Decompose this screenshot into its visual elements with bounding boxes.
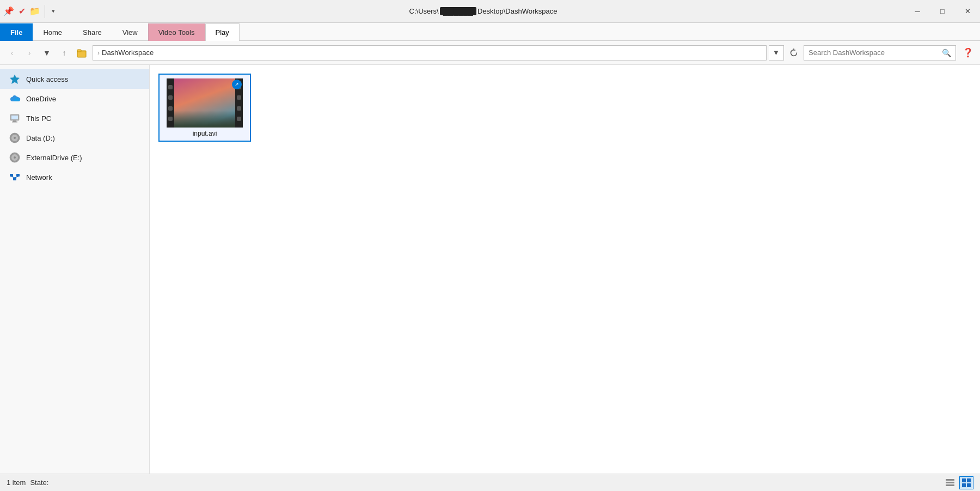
- status-bar: 1 item State:: [0, 474, 980, 491]
- view-large-icons-button[interactable]: [959, 476, 973, 489]
- film-hole-7: [237, 106, 241, 111]
- tab-view[interactable]: View: [112, 23, 148, 41]
- title-path: C:\Users\██████Desktop\DashWorkspace: [62, 7, 905, 15]
- address-dropdown-button[interactable]: ▼: [769, 45, 784, 60]
- file-grid: ↗ input.avi: [158, 74, 971, 142]
- search-icon[interactable]: 🔍: [942, 49, 951, 57]
- folder-icon: 📁: [29, 6, 40, 17]
- svg-line-16: [11, 177, 15, 178]
- film-strip: [167, 78, 243, 128]
- title-bar: 📌 ✔ 📁 ▾ C:\Users\██████Desktop\DashWorks…: [0, 0, 980, 23]
- sidebar-item-this-pc[interactable]: This PC: [0, 108, 149, 128]
- svg-point-9: [14, 137, 16, 139]
- status-bar-right: [943, 476, 973, 489]
- check-icon: ✔: [16, 6, 27, 17]
- sidebar-label-quick-access: Quick access: [26, 75, 68, 83]
- item-count: 1 item: [7, 478, 26, 487]
- ribbon: File Home Share View Video Tools Play: [0, 23, 980, 41]
- file-name: input.avi: [162, 130, 248, 137]
- ribbon-tabs: File Home Share View Video Tools Play: [0, 23, 980, 40]
- film-left: [167, 78, 174, 128]
- svg-rect-19: [946, 482, 954, 483]
- path-icon: [74, 45, 89, 60]
- sidebar-item-quick-access[interactable]: Quick access: [0, 69, 149, 89]
- sidebar-label-this-pc: This PC: [26, 114, 51, 123]
- maximize-button[interactable]: □: [930, 0, 955, 23]
- svg-rect-20: [946, 484, 954, 486]
- tab-file[interactable]: File: [0, 23, 33, 41]
- film-image: [174, 78, 235, 128]
- sidebar-item-onedrive[interactable]: OneDrive: [0, 89, 149, 108]
- state-label: State:: [30, 478, 48, 487]
- svg-rect-21: [962, 478, 966, 482]
- tab-home[interactable]: Home: [33, 23, 72, 41]
- file-badge: ↗: [232, 80, 242, 89]
- film-hole-4: [168, 117, 173, 121]
- film-hole-8: [237, 117, 241, 121]
- file-item-input-avi[interactable]: ↗ input.avi: [158, 74, 251, 142]
- svg-rect-24: [967, 483, 971, 487]
- svg-rect-1: [77, 50, 81, 52]
- breadcrumb-current: DashWorkspace: [102, 49, 154, 57]
- content-area: ↗ input.avi: [150, 65, 980, 474]
- main-layout: Quick access OneDrive This PC: [0, 65, 980, 474]
- onedrive-icon: [9, 93, 21, 105]
- svg-rect-22: [967, 478, 971, 482]
- svg-rect-23: [962, 483, 966, 487]
- tab-play[interactable]: Play: [205, 23, 240, 41]
- tab-share[interactable]: Share: [72, 23, 112, 41]
- svg-rect-6: [12, 122, 17, 123]
- sidebar: Quick access OneDrive This PC: [0, 65, 150, 474]
- path-text-post: Desktop\DashWorkspace: [477, 7, 557, 15]
- path-redacted: ██████: [440, 7, 476, 15]
- nav-up-button[interactable]: ↑: [57, 45, 72, 60]
- svg-rect-4: [11, 116, 18, 119]
- title-separator: [45, 5, 45, 18]
- nav-forward-button[interactable]: ›: [22, 45, 37, 60]
- file-thumbnail: ↗: [167, 78, 243, 128]
- quick-access-dropdown[interactable]: ▾: [50, 7, 57, 16]
- network-icon: [9, 171, 21, 183]
- quick-access-icon: [9, 73, 21, 85]
- sidebar-label-onedrive: OneDrive: [26, 95, 56, 103]
- data-drive-icon: [9, 132, 21, 144]
- pin-icon: 📌: [3, 6, 14, 17]
- film-hole-3: [168, 106, 173, 111]
- svg-marker-2: [10, 75, 20, 84]
- sidebar-item-network[interactable]: Network: [0, 167, 149, 187]
- film-hole-1: [168, 85, 173, 89]
- refresh-button[interactable]: [786, 45, 801, 60]
- svg-point-12: [14, 156, 16, 159]
- svg-rect-15: [13, 178, 16, 180]
- path-text-pre: C:\Users\: [409, 7, 439, 15]
- breadcrumb-sep-1: ›: [97, 49, 100, 57]
- address-bar: ‹ › ▼ ↑ › DashWorkspace ▼ 🔍 ❓: [0, 41, 980, 65]
- window-controls: ─ □ ✕: [905, 0, 980, 22]
- this-pc-icon: [9, 112, 21, 124]
- title-bar-icons: 📌 ✔ 📁 ▾: [3, 5, 57, 18]
- svg-rect-5: [13, 120, 16, 122]
- nav-recent-button[interactable]: ▼: [39, 45, 54, 60]
- film-hole-2: [168, 95, 173, 100]
- svg-rect-14: [16, 174, 20, 177]
- svg-line-17: [15, 177, 18, 178]
- search-input[interactable]: [808, 49, 942, 57]
- close-button[interactable]: ✕: [955, 0, 980, 23]
- sidebar-label-network: Network: [26, 173, 52, 181]
- view-details-button[interactable]: [943, 476, 957, 489]
- search-bar[interactable]: 🔍: [804, 45, 956, 60]
- svg-rect-18: [946, 479, 954, 481]
- help-button[interactable]: ❓: [960, 45, 976, 60]
- sidebar-label-data-drive: Data (D:): [26, 134, 55, 142]
- external-drive-icon: [9, 151, 21, 163]
- nav-back-button[interactable]: ‹: [4, 45, 20, 60]
- film-hole-6: [237, 95, 241, 100]
- svg-rect-13: [10, 174, 13, 177]
- address-path[interactable]: › DashWorkspace: [93, 45, 767, 60]
- sidebar-item-data-drive[interactable]: Data (D:): [0, 128, 149, 148]
- sidebar-label-external-drive: ExternalDrive (E:): [26, 154, 82, 162]
- minimize-button[interactable]: ─: [905, 0, 930, 23]
- tab-video-tools[interactable]: Video Tools: [148, 23, 205, 41]
- sidebar-item-external-drive[interactable]: ExternalDrive (E:): [0, 148, 149, 167]
